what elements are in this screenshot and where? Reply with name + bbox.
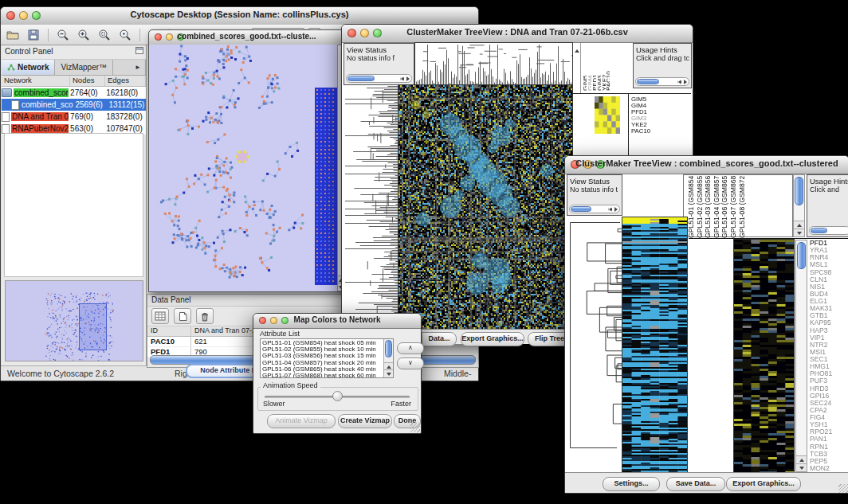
gene-label[interactable]: MON2 (810, 465, 848, 472)
animation-speed-label: Animation Speed (261, 381, 320, 389)
save-data-button[interactable]: Save Data... (666, 477, 725, 491)
window-title: Cytoscape Desktop (Session Name: collins… (1, 10, 478, 19)
labels-vscrollbar[interactable] (793, 174, 805, 237)
attribute-list-vscrollbar[interactable] (383, 339, 393, 377)
create-vizmap-button[interactable]: Create Vizmap (338, 414, 392, 428)
gene-dendrogram[interactable] (344, 85, 398, 329)
gene-list-vscrollbar[interactable] (795, 240, 807, 472)
scroll-thumb[interactable] (795, 177, 803, 205)
scroll-thumb[interactable] (385, 340, 392, 357)
network-canvas[interactable] (149, 45, 337, 288)
treeview-combined-titlebar[interactable]: ClusterMaker TreeView : combined_scores_… (565, 156, 848, 174)
heatmap-matrix[interactable] (622, 217, 687, 472)
float-panel-button[interactable] (135, 47, 143, 54)
export-graphics-button[interactable]: Export Graphics... (461, 332, 524, 346)
tabs-overflow-button[interactable]: ► (131, 60, 146, 75)
treeview-dna-titlebar[interactable]: ClusterMaker TreeView : DNA and Tran 07-… (342, 25, 693, 43)
heatmap-matrix[interactable] (398, 85, 572, 329)
attribute-item[interactable]: GPL51-07 (GSM868) heat shock 60 min (262, 373, 383, 378)
tab-vizmapper[interactable]: VizMapper™ (55, 60, 113, 75)
treeview-combined-window: ClusterMaker TreeView : combined_scores_… (564, 155, 848, 494)
cytoscape-titlebar[interactable]: Cytoscape Desktop (Session Name: collins… (1, 7, 478, 25)
zoom-out-button[interactable] (54, 27, 72, 43)
scroll-down-button[interactable] (796, 463, 807, 471)
array-label[interactable]: GPL51-03 (GSM856) (704, 176, 713, 238)
selected-cluster-heatmap[interactable] (595, 96, 620, 134)
control-panel-header: Control Panel (2, 45, 146, 60)
arrow-down-icon (799, 467, 804, 470)
move-down-button[interactable]: ∨ (397, 357, 424, 369)
resize-grip[interactable] (410, 423, 420, 432)
scroll-thumb[interactable] (571, 206, 591, 212)
scroll-arrows[interactable] (677, 79, 687, 84)
network-table-row[interactable]: DNA and Tran 07769(0)183728(0) (2, 111, 146, 123)
save-session-button[interactable] (25, 27, 42, 43)
dialog-titlebar[interactable]: Map Colors to Network (253, 314, 421, 329)
array-label[interactable]: GIM3 (596, 48, 601, 91)
array-label[interactable]: GPL51-04 (GSM857) (713, 176, 721, 238)
array-label[interactable]: GPL51-06 (GSM865) (720, 176, 729, 238)
gene-label[interactable]: PAC10 (631, 128, 689, 135)
zoom-fit-button[interactable] (116, 27, 134, 43)
gene-dendrogram[interactable] (567, 217, 622, 472)
animate-vizmap-button[interactable]: Animate Vizmap (267, 414, 336, 428)
usage-hints-hscrollbar[interactable] (635, 77, 689, 86)
birdseye-overview[interactable] (5, 280, 143, 361)
zoom-fit-icon (119, 29, 132, 41)
scroll-down-button[interactable] (384, 369, 393, 377)
scroll-thumb[interactable] (637, 79, 659, 84)
labels-scroll-strip[interactable] (574, 43, 581, 93)
column-nodes[interactable]: Nodes (70, 76, 105, 86)
treeview-dna-title: ClusterMaker TreeView : DNA and Tran 07-… (342, 27, 693, 37)
scroll-up-button[interactable] (796, 455, 807, 463)
column-id[interactable]: ID (147, 326, 191, 336)
new-attribute-button[interactable] (174, 308, 191, 324)
column-dendrogram[interactable] (415, 43, 572, 85)
network-view-titlebar[interactable]: combined_scores_good.txt--cluste... (149, 30, 344, 45)
view-status-panel: View Status No status info t (567, 174, 622, 216)
array-label[interactable]: GPL51-08 (GSM872) (738, 176, 747, 238)
select-attributes-button[interactable] (151, 308, 169, 324)
scroll-up-button[interactable] (794, 221, 804, 229)
array-label[interactable]: GPL51-02 (GSM855) (696, 176, 705, 238)
array-label[interactable]: GIM4 (587, 48, 591, 91)
zoom-selected-icon (98, 29, 111, 41)
zoom-selected-button[interactable] (96, 27, 113, 43)
array-label[interactable]: PAC10 (605, 48, 610, 91)
array-label[interactable]: PFD1 (591, 48, 596, 91)
attribute-items: GPL51-01 (GSM854) heat shock 05 minGPL51… (262, 340, 383, 378)
control-panel-title: Control Panel (5, 47, 53, 56)
array-label[interactable]: GIM5 (582, 48, 587, 91)
settings-button[interactable]: Settings... (603, 477, 660, 491)
attribute-list[interactable]: GPL51-01 (GSM854) heat shock 05 minGPL51… (260, 338, 394, 378)
scroll-thumb[interactable] (347, 76, 375, 81)
scroll-arrows[interactable] (608, 206, 618, 212)
arrow-down-icon (387, 373, 391, 376)
view-status-hscrollbar[interactable] (346, 74, 412, 83)
usage-hints-hscrollbar[interactable] (809, 226, 848, 235)
tab-network[interactable]: Network (2, 60, 55, 75)
save-data-button[interactable]: Data... (422, 332, 457, 346)
save-icon (28, 29, 39, 41)
array-label[interactable]: GPL51-07 (GSM868) (729, 176, 738, 238)
delete-attribute-button[interactable] (196, 308, 214, 324)
scroll-thumb[interactable] (811, 228, 827, 233)
network-table-row[interactable]: combined_scores2764(0)16218(0) (2, 87, 146, 99)
open-session-button[interactable] (4, 27, 22, 43)
array-label[interactable]: GPL51-01 (GSM854) (687, 176, 696, 238)
column-edges[interactable]: Edges (105, 76, 146, 86)
view-status-hscrollbar[interactable] (569, 205, 620, 213)
column-network[interactable]: Network (2, 76, 70, 86)
move-up-button[interactable]: ∧ (397, 342, 424, 354)
arrow-left-icon (677, 80, 681, 84)
scroll-arrows[interactable] (400, 76, 410, 81)
scroll-thumb[interactable] (797, 242, 806, 269)
zoom-in-button[interactable] (75, 27, 92, 43)
selected-cluster-heatmap[interactable] (734, 240, 794, 472)
speed-slider-thumb[interactable] (332, 391, 343, 401)
scroll-down-button[interactable] (794, 229, 804, 236)
gene-list: PFD1YRA1RNR4MSL1SPC98CLN1NIS1BUD4ELG1MAK… (810, 240, 848, 472)
network-table-row[interactable]: combined_sco2569(6)13112(15) (2, 99, 146, 111)
export-graphics-button[interactable]: Export Graphics... (726, 477, 801, 491)
resize-grip[interactable] (838, 484, 848, 494)
